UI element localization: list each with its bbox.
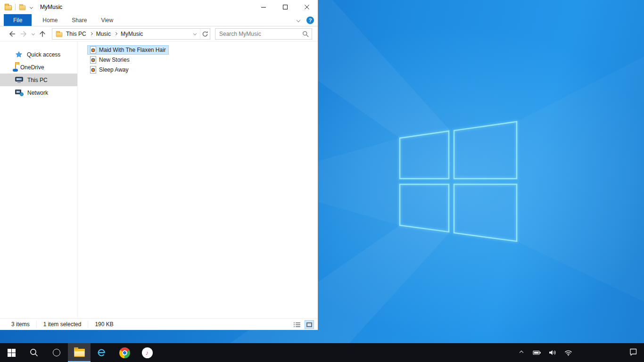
forward-arrow-icon	[19, 30, 28, 38]
maximize-button[interactable]	[274, 0, 296, 14]
large-icons-view-icon	[306, 322, 313, 328]
itunes-icon	[142, 347, 153, 358]
back-arrow-icon	[8, 30, 17, 38]
sidebar-item-label: This PC	[27, 77, 48, 83]
computer-icon	[15, 77, 23, 83]
cortana-button[interactable]	[45, 343, 68, 362]
sidebar-item-label: Network	[27, 90, 48, 96]
status-selected-size: 190 KB	[95, 321, 120, 328]
qat-divider	[15, 4, 16, 10]
sidebar-item-label: Quick access	[27, 51, 60, 58]
volume-icon[interactable]	[548, 348, 557, 357]
window-title: MyMusic	[40, 4, 62, 10]
status-bar: 3 items 1 item selected 190 KB	[0, 318, 318, 330]
sidebar-item-this-pc[interactable]: This PC	[0, 74, 77, 86]
tab-file[interactable]: File	[4, 14, 32, 26]
file-row[interactable]: Sleep Away	[87, 65, 132, 74]
qat-customize-chevron-icon[interactable]	[30, 5, 33, 8]
action-center-button[interactable]	[629, 348, 637, 357]
network-icon	[15, 90, 23, 96]
status-selected-count: 1 item selected	[43, 321, 89, 328]
close-icon	[305, 5, 310, 10]
network-wifi-icon[interactable]	[564, 348, 572, 357]
media-file-icon	[90, 56, 96, 64]
tab-view[interactable]: View	[94, 14, 120, 26]
breadcrumb-chevron-icon[interactable]	[114, 32, 117, 35]
minimize-icon	[261, 5, 266, 10]
search-icon	[29, 348, 39, 357]
file-name: New Stories	[99, 57, 130, 63]
refresh-button[interactable]	[200, 29, 210, 39]
media-file-icon	[90, 46, 96, 54]
breadcrumb-chevron-icon[interactable]	[90, 32, 93, 35]
sidebar-item-network[interactable]: Network	[0, 86, 77, 99]
file-row[interactable]: New Stories	[87, 55, 132, 65]
file-list[interactable]: Maid With The Flaxen Hair New Stories Sl…	[78, 41, 318, 318]
ribbon-tab-strip: File Home Share View ?	[0, 14, 318, 26]
taskbar	[0, 343, 644, 362]
help-icon[interactable]: ?	[306, 16, 314, 24]
internet-explorer-icon	[96, 347, 107, 358]
recent-locations-chevron[interactable]	[29, 28, 37, 40]
file-row-selected[interactable]: Maid With The Flaxen Hair	[87, 45, 169, 55]
close-button[interactable]	[296, 0, 318, 14]
tab-share[interactable]: Share	[65, 14, 94, 26]
system-folder-icon[interactable]	[5, 5, 12, 10]
navigation-pane: Quick access OneDrive This PC Network	[0, 41, 78, 318]
breadcrumb-music[interactable]: Music	[93, 31, 114, 37]
sidebar-item-quick-access[interactable]: Quick access	[0, 48, 77, 61]
address-row: This PC Music MyMusic	[0, 26, 318, 41]
search-input[interactable]	[215, 29, 299, 39]
address-dropdown-chevron[interactable]	[190, 29, 200, 39]
maximize-icon	[283, 5, 288, 10]
minimize-button[interactable]	[253, 0, 274, 14]
taskbar-file-explorer-button[interactable]	[68, 343, 91, 362]
tab-home[interactable]: Home	[35, 14, 65, 26]
search-box	[215, 28, 312, 40]
taskbar-itunes-button[interactable]	[136, 343, 158, 362]
forward-button[interactable]	[18, 28, 29, 40]
file-name: Maid With The Flaxen Hair	[99, 47, 166, 53]
chrome-icon	[119, 347, 130, 358]
file-explorer-icon	[74, 349, 85, 357]
system-tray	[517, 343, 572, 362]
breadcrumb-this-pc[interactable]: This PC	[63, 31, 90, 37]
back-button[interactable]	[7, 28, 18, 40]
battery-icon[interactable]	[533, 348, 541, 357]
hidden-icons-chevron[interactable]	[517, 348, 526, 357]
cortana-icon	[53, 349, 60, 356]
onedrive-folder-icon	[15, 64, 16, 71]
media-file-icon	[90, 66, 96, 74]
taskbar-internet-explorer-button[interactable]	[91, 343, 113, 362]
sidebar-item-onedrive[interactable]: OneDrive	[0, 61, 77, 74]
taskbar-chrome-button[interactable]	[113, 343, 136, 362]
quick-access-star-icon	[15, 51, 23, 58]
title-bar[interactable]: MyMusic	[0, 0, 318, 14]
search-icon[interactable]	[299, 31, 312, 37]
large-icons-view-button[interactable]	[305, 320, 314, 329]
expand-ribbon-chevron-icon[interactable]	[297, 18, 300, 22]
up-button[interactable]	[37, 28, 48, 40]
address-bar[interactable]: This PC Music MyMusic	[52, 28, 210, 40]
up-arrow-icon	[38, 30, 47, 38]
explorer-body: Quick access OneDrive This PC Network Ma…	[0, 41, 318, 318]
refresh-icon	[202, 31, 208, 37]
file-explorer-window: MyMusic File Home Share View ?	[0, 0, 318, 330]
qat-new-folder-icon[interactable]	[19, 6, 26, 10]
location-folder-icon	[56, 32, 63, 37]
details-view-icon	[294, 322, 300, 328]
sidebar-item-label: OneDrive	[20, 64, 44, 71]
windows-logo-icon	[8, 349, 16, 357]
status-item-count: 3 items	[11, 321, 37, 328]
breadcrumb-mymusic[interactable]: MyMusic	[117, 31, 146, 37]
action-center-icon	[629, 348, 637, 356]
taskbar-search-button[interactable]	[23, 343, 45, 362]
start-button[interactable]	[0, 343, 23, 362]
file-name: Sleep Away	[99, 66, 129, 73]
details-view-button[interactable]	[292, 320, 302, 329]
